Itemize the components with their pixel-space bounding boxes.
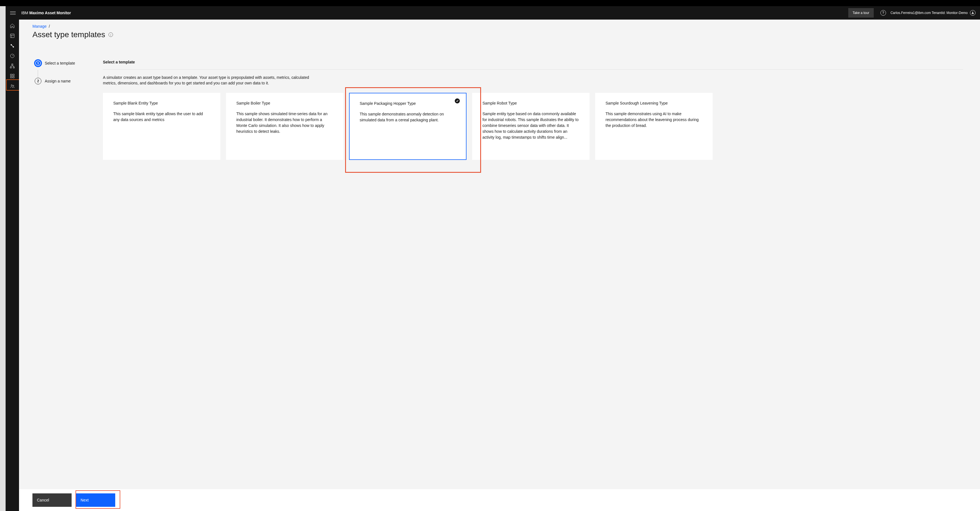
- breadcrumb-sep: /: [49, 24, 50, 29]
- users-icon[interactable]: [10, 83, 15, 89]
- brand-prefix: IBM: [21, 11, 29, 15]
- card-desc: This sample demonstrates anomaly detecti…: [360, 111, 456, 123]
- svg-rect-6: [13, 67, 14, 68]
- menu-toggle[interactable]: [10, 10, 16, 16]
- app-header: IBM Maximo Asset Monitor Take a tour ? C…: [6, 6, 980, 19]
- app-root: IBM Maximo Asset Monitor Take a tour ? C…: [6, 6, 980, 511]
- section-description: A simulator creates an asset type based …: [103, 75, 313, 86]
- cancel-button[interactable]: Cancel: [32, 494, 72, 507]
- home-icon[interactable]: [10, 23, 15, 29]
- step-select-template[interactable]: 1 Select a template: [35, 60, 103, 67]
- template-card-blank[interactable]: Sample Blank Entity Type This sample bla…: [103, 93, 220, 160]
- card-title: Sample Sourdough Leavening Type: [606, 101, 702, 105]
- card-title: Sample Boiler Type: [236, 101, 333, 105]
- selected-check-icon: [455, 98, 460, 103]
- take-tour-button[interactable]: Take a tour: [848, 8, 874, 17]
- wizard-container: 1 Select a template 2 Assign a name Sele…: [19, 52, 980, 511]
- user-avatar[interactable]: [970, 10, 975, 16]
- template-cards: Sample Blank Entity Type This sample bla…: [103, 93, 963, 160]
- brand-name: Maximo Asset Monitor: [29, 11, 71, 15]
- template-card-packaging-hopper[interactable]: Sample Packaging Hopper Type This sample…: [349, 93, 466, 160]
- link-icon[interactable]: [10, 43, 15, 49]
- step-number: 1: [35, 60, 41, 67]
- breadcrumb-root[interactable]: Manage: [32, 24, 47, 29]
- left-rail: [6, 19, 19, 511]
- info-icon[interactable]: i: [108, 32, 113, 37]
- browser-chrome: [0, 0, 980, 6]
- svg-rect-5: [10, 67, 12, 68]
- user-tenant-text: Carlos.Ferreira1@ibm.com TenantId: Monit…: [891, 11, 968, 15]
- card-desc: This sample blank entity type allows the…: [113, 111, 210, 123]
- brand: IBM Maximo Asset Monitor: [21, 11, 71, 15]
- svg-rect-7: [10, 74, 12, 76]
- svg-point-12: [13, 85, 14, 86]
- svg-rect-10: [13, 76, 14, 78]
- card-desc: This sample demonstrates using AI to mak…: [606, 111, 702, 129]
- wizard-footer: Cancel Next: [19, 489, 980, 511]
- background-window-edge: [0, 6, 6, 511]
- step-connector: [38, 70, 38, 85]
- breadcrumb: Manage /: [19, 19, 980, 29]
- card-title: Sample Packaging Hopper Type: [360, 101, 456, 106]
- step-label: Select a template: [45, 61, 75, 65]
- template-card-sourdough[interactable]: Sample Sourdough Leavening Type This sam…: [595, 93, 713, 160]
- wizard-steps: 1 Select a template 2 Assign a name: [19, 52, 103, 511]
- template-card-robot[interactable]: Sample Robot Type Sample entity type bas…: [472, 93, 590, 160]
- dashboard-icon[interactable]: [10, 33, 15, 38]
- content-area: Manage / Asset type templates i 1 Select…: [19, 19, 980, 511]
- card-title: Sample Robot Type: [482, 101, 579, 105]
- section-title: Select a template: [103, 60, 963, 70]
- svg-rect-8: [13, 74, 14, 76]
- page-title: Asset type templates i: [19, 29, 980, 39]
- categories-icon[interactable]: [10, 73, 15, 79]
- step-number: 2: [35, 78, 41, 84]
- svg-rect-0: [10, 34, 14, 38]
- svg-rect-9: [10, 76, 12, 78]
- card-desc: Sample entity type based on data commonl…: [482, 111, 579, 140]
- step-label: Assign a name: [45, 79, 71, 83]
- hierarchy-icon[interactable]: [10, 63, 15, 69]
- card-desc: This sample shows simulated time-series …: [236, 111, 333, 135]
- step-assign-name[interactable]: 2 Assign a name: [35, 78, 103, 84]
- card-title: Sample Blank Entity Type: [113, 101, 210, 105]
- help-icon[interactable]: ?: [880, 10, 886, 16]
- next-button[interactable]: Next: [76, 494, 115, 507]
- svg-point-11: [11, 85, 13, 86]
- wizard-main: Select a template A simulator creates an…: [103, 52, 980, 511]
- gauge-icon[interactable]: [10, 53, 15, 59]
- template-card-boiler[interactable]: Sample Boiler Type This sample shows sim…: [226, 93, 344, 160]
- svg-rect-4: [12, 64, 13, 65]
